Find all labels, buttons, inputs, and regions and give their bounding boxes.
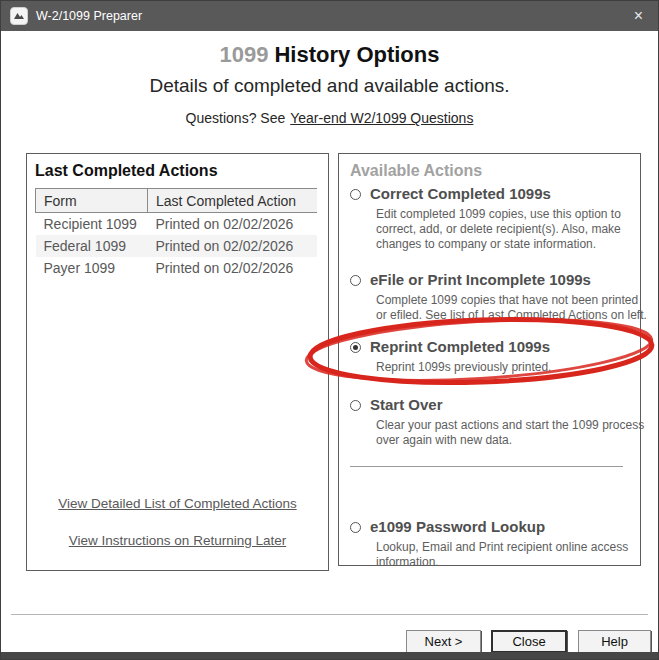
radio-button[interactable]	[350, 522, 361, 533]
option-e1099-password-lookup[interactable]: e1099 Password Lookup Lookup, Email and …	[350, 517, 629, 570]
option-description: Edit completed 1099 copies, use this opt…	[376, 207, 650, 252]
questions-line: Questions? SeeYear-end W2/1099 Questions	[1, 110, 658, 126]
help-button[interactable]: Help	[578, 630, 651, 653]
option-label: e1099 Password Lookup	[370, 517, 545, 537]
available-actions-panel: Available Actions Correct Completed 1099…	[338, 153, 641, 566]
options-divider	[350, 466, 623, 467]
option-label: Reprint Completed 1099s	[370, 337, 550, 357]
radio-button[interactable]	[350, 400, 361, 411]
page-title-prefix: 1099	[220, 42, 269, 67]
last-completed-actions-panel: Last Completed Actions Form Last Complet…	[26, 153, 329, 571]
option-label: Correct Completed 1099s	[370, 184, 551, 204]
app-icon	[10, 7, 28, 25]
table-row: Recipient 1099 Printed on 02/02/2026	[36, 213, 318, 235]
option-correct-completed[interactable]: Correct Completed 1099s Edit completed 1…	[350, 184, 629, 252]
option-label: Start Over	[370, 395, 443, 415]
table-header-row: Form Last Completed Action	[36, 189, 318, 213]
title-bar: W-2/1099 Preparer ×	[1, 1, 658, 31]
header: 1099History Options Details of completed…	[1, 31, 658, 126]
option-label: eFile or Print Incomplete 1099s	[370, 270, 591, 290]
cell-form: Federal 1099	[36, 235, 148, 257]
right-panel-heading: Available Actions	[350, 162, 629, 180]
next-button[interactable]: Next >	[406, 630, 481, 653]
cell-action: Printed on 02/02/2026	[148, 213, 318, 235]
cell-form: Recipient 1099	[36, 213, 148, 235]
questions-prefix: Questions? See	[186, 110, 286, 126]
option-description: Reprint 1099s previously printed.	[376, 360, 650, 375]
column-header-action: Last Completed Action	[148, 189, 318, 213]
radio-button[interactable]	[350, 189, 361, 200]
mountain-logo-icon	[13, 10, 25, 22]
option-efile-or-print[interactable]: eFile or Print Incomplete 1099s Complete…	[350, 270, 629, 323]
option-start-over[interactable]: Start Over Clear your past actions and s…	[350, 395, 629, 448]
option-reprint-completed[interactable]: Reprint Completed 1099s Reprint 1099s pr…	[350, 337, 629, 375]
bottom-separator	[11, 614, 648, 615]
option-description: Clear your past actions and start the 10…	[376, 418, 650, 448]
window-bottom-edge	[1, 652, 658, 659]
left-panel-heading: Last Completed Actions	[35, 162, 320, 180]
close-button[interactable]: Close	[491, 630, 567, 653]
completed-actions-table: Form Last Completed Action Recipient 109…	[35, 188, 317, 279]
view-instructions-link[interactable]: View Instructions on Returning Later	[27, 533, 328, 548]
close-icon[interactable]: ×	[628, 6, 649, 26]
option-description: Complete 1099 copies that have not been …	[376, 293, 650, 323]
cell-form: Payer 1099	[36, 257, 148, 279]
table-row: Federal 1099 Printed on 02/02/2026	[36, 235, 318, 257]
window-title: W-2/1099 Preparer	[36, 9, 628, 23]
page-subtitle: Details of completed and available actio…	[1, 75, 658, 97]
dialog-window: W-2/1099 Preparer × 1099History Options …	[0, 0, 659, 660]
view-detailed-list-link[interactable]: View Detailed List of Completed Actions	[27, 496, 328, 511]
column-header-form: Form	[36, 189, 148, 213]
radio-button[interactable]	[350, 275, 361, 286]
radio-button[interactable]	[350, 342, 361, 353]
table-row: Payer 1099 Printed on 02/02/2026	[36, 257, 318, 279]
cell-action: Printed on 02/02/2026	[148, 235, 318, 257]
page-title-main: History Options	[274, 42, 439, 67]
questions-link[interactable]: Year-end W2/1099 Questions	[290, 110, 473, 126]
page-title: 1099History Options	[1, 42, 658, 68]
option-description: Lookup, Email and Print recipient online…	[376, 540, 650, 570]
cell-action: Printed on 02/02/2026	[148, 257, 318, 279]
